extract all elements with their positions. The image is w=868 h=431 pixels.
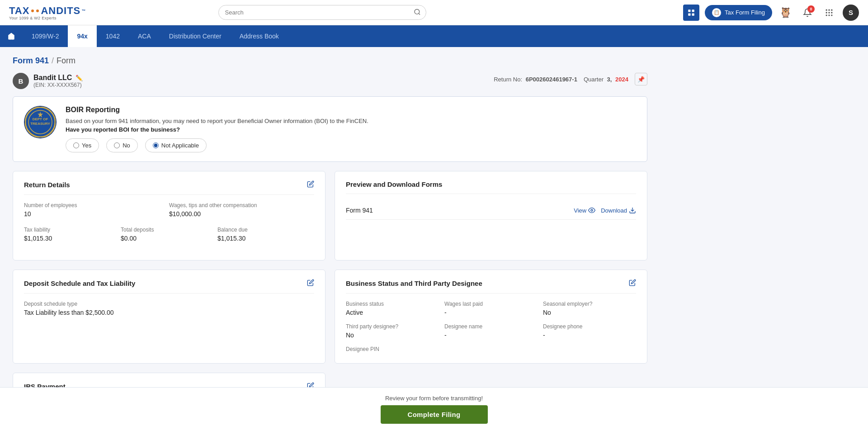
boir-option-yes[interactable]: Yes: [66, 138, 99, 152]
owl-icon-btn[interactable]: 🦉: [778, 5, 794, 21]
status-grid: Business status Active Wages last paid -…: [346, 301, 636, 354]
svg-point-6: [826, 9, 827, 10]
page-content: Form 941 / Form B Bandit LLC ✏️ (EIN: XX…: [0, 47, 660, 431]
field-tax-liability: Tax liability $1,015.30: [24, 227, 121, 242]
logo: TAX ANDITS ™: [9, 5, 86, 17]
tax-form-button[interactable]: 📋 Tax Form Filing: [705, 5, 772, 20]
svg-point-7: [828, 9, 830, 10]
business-left: B Bandit LLC ✏️ (EIN: XX-XXXX567): [13, 73, 83, 89]
nav-item-distribution[interactable]: Distribution Center: [160, 25, 231, 47]
return-details-title: Return Details: [24, 181, 70, 189]
deposit-card: Deposit Schedule and Tax Liability Depos…: [13, 270, 326, 364]
boir-title: BOIR Reporting: [66, 106, 636, 114]
logo-andits: ANDITS: [41, 5, 80, 17]
breadcrumb-form-link[interactable]: Form 941: [13, 56, 49, 66]
preview-form-row: Form 941 View Download: [346, 201, 636, 220]
logo-tm: ™: [81, 9, 86, 13]
preview-card: Preview and Download Forms Form 941 View…: [335, 171, 647, 260]
return-info: Return No: 6P002602461967-1 Quarter 3, 2…: [494, 73, 647, 85]
return-details-card: Return Details Number of employees 10 Wa…: [13, 171, 326, 260]
svg-text:TREASURY: TREASURY: [30, 122, 50, 126]
bottom-bar: Review your form before transmitting! Co…: [0, 387, 868, 431]
field-wages: Wages, tips and other compensation $10,0…: [169, 202, 314, 218]
nav-item-94x[interactable]: 94x: [68, 25, 96, 47]
business-name: Bandit LLC ✏️: [33, 74, 83, 82]
status-business-status: Business status Active: [346, 301, 439, 316]
grid-button[interactable]: [683, 5, 699, 21]
logo-tagline: Your 1099 & W2 Experts: [9, 16, 57, 20]
breadcrumb-sep: /: [52, 56, 54, 66]
search-input[interactable]: [218, 5, 426, 20]
apps-icon-btn[interactable]: [821, 5, 837, 21]
boir-panel: DEPT OF TREASURY BOIR Reporting Based on…: [13, 96, 647, 162]
top-header: TAX ANDITS ™ Your 1099 & W2 Experts 📋: [0, 0, 868, 25]
logo-area: TAX ANDITS ™ Your 1099 & W2 Experts: [9, 5, 86, 20]
bottom-bar-message: Review your form before transmitting!: [385, 395, 483, 402]
svg-point-13: [828, 14, 830, 16]
nav-item-aca[interactable]: ACA: [129, 25, 160, 47]
status-designee-phone: Designee phone -: [543, 323, 636, 339]
tax-form-button-icon: 📋: [712, 8, 721, 17]
boir-seal-icon: DEPT OF TREASURY: [24, 106, 57, 138]
deposit-title: Deposit Schedule and Tax Liability: [24, 279, 135, 287]
deposit-type-field: Deposit schedule type Tax Liability less…: [24, 301, 314, 316]
status-seasonal-employer: Seasonal employer? No: [543, 301, 636, 316]
status-third-party-designee: Third party designee? No: [346, 323, 439, 339]
business-avatar: B: [13, 73, 29, 89]
business-status-title: Business Status and Third Party Designee: [346, 279, 482, 287]
notification-btn[interactable]: 0: [799, 5, 816, 21]
pin-icon[interactable]: 📌: [635, 73, 647, 85]
boir-question: Have you reported BOI for the business?: [66, 126, 636, 133]
nav-item-1099[interactable]: 1099/W-2: [23, 25, 68, 47]
preview-form-name: Form 941: [346, 207, 373, 214]
search-icon: [414, 8, 421, 17]
boir-content: BOIR Reporting Based on your form 941 in…: [66, 106, 636, 152]
business-name-wrap: Bandit LLC ✏️ (EIN: XX-XXXX567): [33, 74, 83, 88]
business-ein: (EIN: XX-XXXX567): [33, 82, 83, 88]
quarter-info: Quarter 3, 2024: [584, 76, 628, 83]
boir-option-no[interactable]: No: [106, 138, 138, 152]
nav-item-address-book[interactable]: Address Book: [231, 25, 288, 47]
preview-view-link[interactable]: View: [574, 207, 595, 214]
return-no-label: Return No: 6P002602461967-1: [494, 76, 577, 83]
logo-tax: TAX: [9, 5, 29, 17]
svg-rect-3: [692, 9, 694, 12]
cards-grid: Return Details Number of employees 10 Wa…: [13, 171, 647, 423]
svg-point-9: [826, 12, 827, 13]
return-fields-row2: Tax liability $1,015.30 Total deposits $…: [24, 227, 314, 242]
field-num-employees: Number of employees 10: [24, 202, 169, 218]
tax-form-button-label: Tax Form Filing: [725, 9, 765, 16]
svg-line-1: [419, 13, 420, 14]
logo-owl-icon: [30, 9, 40, 13]
user-avatar[interactable]: S: [843, 5, 859, 21]
field-total-deposits: Total deposits $0.00: [121, 227, 217, 242]
svg-point-10: [828, 12, 830, 13]
preview-download-link[interactable]: Download: [601, 207, 636, 214]
business-status-edit-icon[interactable]: [629, 279, 636, 288]
business-edit-icon[interactable]: ✏️: [75, 75, 83, 81]
preview-header: Preview and Download Forms: [346, 180, 636, 194]
status-designee-pin: Designee PIN: [346, 346, 439, 354]
breadcrumb-sub: Form: [57, 56, 75, 66]
breadcrumb: Form 941 / Form: [13, 56, 647, 66]
svg-point-14: [831, 14, 832, 16]
complete-filing-button[interactable]: Complete Filing: [381, 405, 488, 424]
notification-badge: 0: [807, 5, 815, 13]
boir-option-na[interactable]: Not Applicable: [145, 138, 207, 152]
nav-home[interactable]: [0, 25, 23, 47]
svg-rect-2: [688, 9, 690, 12]
svg-point-12: [826, 14, 827, 16]
preview-actions: View Download: [574, 207, 636, 214]
return-details-edit-icon[interactable]: [307, 180, 314, 189]
svg-point-20: [591, 209, 593, 211]
return-fields-row1: Number of employees 10 Wages, tips and o…: [24, 202, 314, 218]
field-balance-due: Balance due $1,015.30: [217, 227, 314, 242]
preview-title: Preview and Download Forms: [346, 180, 442, 188]
boir-radio-group: Yes No Not Applicable: [66, 138, 636, 152]
return-details-header: Return Details: [24, 180, 314, 195]
owl-icon: 🦉: [779, 7, 792, 19]
deposit-edit-icon[interactable]: [307, 279, 314, 288]
svg-rect-5: [692, 13, 694, 15]
status-designee-name: Designee name -: [444, 323, 538, 339]
nav-item-1042[interactable]: 1042: [97, 25, 129, 47]
